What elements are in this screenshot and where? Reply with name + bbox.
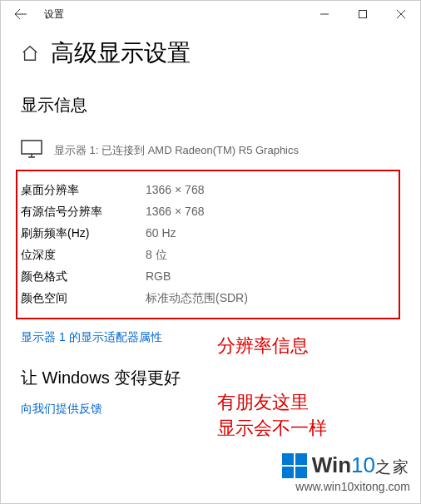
page-title: 高级显示设置: [51, 37, 191, 69]
titlebar: 设置: [1, 1, 420, 27]
info-value: 8 位: [146, 248, 167, 263]
monitor-icon: [21, 140, 42, 158]
info-label: 位深度: [21, 248, 146, 263]
minimize-button[interactable]: [305, 1, 344, 27]
info-row: 颜色格式RGB: [21, 266, 390, 288]
info-value: 标准动态范围(SDR): [146, 291, 248, 306]
watermark-url: www.win10xitong.com: [282, 480, 410, 493]
info-row: 位深度8 位: [21, 245, 390, 266]
svg-rect-1: [22, 141, 42, 154]
arrow-left-icon: [14, 7, 27, 21]
monitor-info-row: 显示器 1: 已连接到 AMD Radeon(TM) R5 Graphics: [21, 140, 400, 158]
watermark: Win10之家 www.win10xitong.com: [282, 452, 410, 493]
info-row: 颜色空间标准动态范围(SDR): [21, 288, 390, 309]
annotation-line: 显示会不一样: [217, 418, 327, 438]
section-title: 显示信息: [21, 94, 400, 116]
connected-text: 显示器 1: 已连接到 AMD Radeon(TM) R5 Graphics: [54, 143, 299, 158]
info-label: 颜色空间: [21, 291, 146, 306]
svg-rect-0: [359, 11, 367, 18]
info-value: 60 Hz: [146, 226, 176, 241]
better-section-title: 让 Windows 变得更好: [21, 367, 400, 389]
info-label: 桌面分辨率: [21, 183, 146, 198]
info-row: 有源信号分辨率1366 × 768: [21, 201, 390, 223]
home-icon: [21, 44, 39, 62]
info-row: 刷新频率(Hz)60 Hz: [21, 223, 390, 245]
watermark-brand: Win10之家: [312, 452, 410, 478]
windows-logo-icon: [282, 453, 307, 478]
minimize-icon: [320, 10, 329, 18]
adapter-properties-link[interactable]: 显示器 1 的显示适配器属性: [21, 330, 162, 345]
info-label: 刷新频率(Hz): [21, 226, 146, 241]
content-area: 高级显示设置 显示信息 显示器 1: 已连接到 AMD Radeon(TM) R…: [1, 27, 420, 417]
window-title: 设置: [44, 7, 64, 22]
brand-num: 10: [351, 452, 375, 477]
display-info-box: 桌面分辨率1366 × 768 有源信号分辨率1366 × 768 刷新频率(H…: [16, 170, 400, 319]
info-label: 颜色格式: [21, 269, 146, 284]
annotation-friends: 有朋友这里 显示会不一样: [217, 390, 327, 442]
maximize-button[interactable]: [344, 1, 382, 27]
close-icon: [397, 10, 405, 18]
info-label: 有源信号分辨率: [21, 205, 146, 220]
page-header: 高级显示设置: [21, 37, 400, 69]
annotation-resolution: 分辨率信息: [217, 334, 309, 359]
window-controls: [305, 1, 420, 27]
back-button[interactable]: [7, 1, 34, 27]
brand-prefix: Win: [312, 452, 351, 477]
annotation-line: 有朋友这里: [217, 392, 309, 413]
close-button[interactable]: [382, 1, 420, 27]
brand-suffix: 之家: [375, 458, 410, 476]
info-value: 1366 × 768: [146, 183, 204, 198]
info-value: RGB: [146, 269, 171, 284]
info-value: 1366 × 768: [146, 205, 204, 220]
watermark-logo: Win10之家: [282, 452, 410, 478]
feedback-link[interactable]: 向我们提供反馈: [21, 402, 102, 417]
info-row: 桌面分辨率1366 × 768: [21, 180, 390, 201]
maximize-icon: [359, 10, 367, 18]
